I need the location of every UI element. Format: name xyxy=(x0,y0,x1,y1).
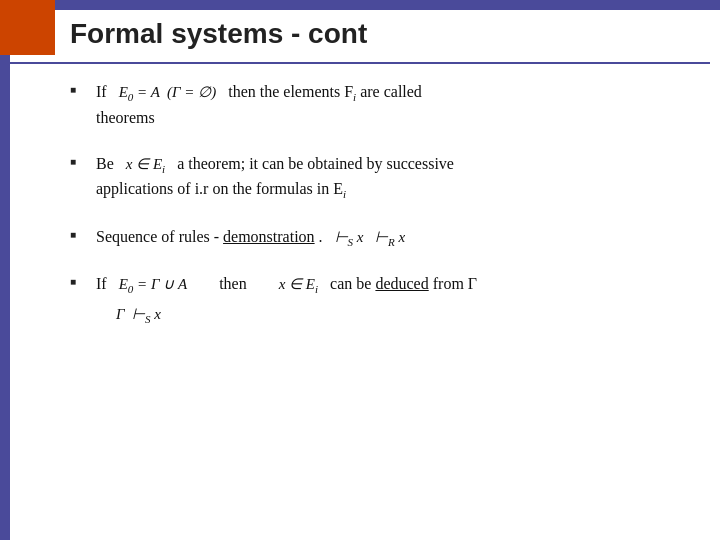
turnstile-r: ⊢R x xyxy=(375,226,405,251)
top-bar xyxy=(0,0,720,10)
bullet-content-4: If E0 = Γ ∪ A then x ∈ Ei can be deduced… xyxy=(96,272,700,327)
bullet-marker-4: ■ xyxy=(70,276,88,287)
page-title: Formal systems - cont xyxy=(70,18,367,50)
content-area: ■ If E0 = A (Γ = ∅) then the elements Fi… xyxy=(70,80,700,349)
bullet4-line2: Γ ⊢S x xyxy=(96,302,700,328)
left-bar xyxy=(0,0,10,540)
can-be-text: can be deduced from Γ xyxy=(322,275,477,292)
theorem-desc: a theorem; it can be obtained by success… xyxy=(169,155,454,172)
demonstration-label: demonstration xyxy=(223,228,315,245)
corner-square xyxy=(0,0,55,55)
formula-e0-gamma: E0 = Γ ∪ A xyxy=(119,273,188,298)
bullet-item-1: ■ If E0 = A (Γ = ∅) then the elements Fi… xyxy=(70,80,700,130)
if-label: If xyxy=(96,83,115,100)
bullet-item-2: ■ Be x ∈ Ei a theorem; it can be obtaine… xyxy=(70,152,700,203)
formula-x-ei: x ∈ Ei xyxy=(126,153,165,178)
if-label-4: If xyxy=(96,275,115,292)
bullet-marker-1: ■ xyxy=(70,84,88,95)
header-line xyxy=(10,62,710,64)
applications-text: applications of i.r on the formulas in E… xyxy=(96,180,346,197)
formula-gamma-turnstile: Γ ⊢S x xyxy=(116,303,161,328)
bullet-content-3: Sequence of rules - demonstration . ⊢S x… xyxy=(96,225,700,251)
bullet-item-4: ■ If E0 = Γ ∪ A then x ∈ Ei can be deduc… xyxy=(70,272,700,327)
bullet-marker-3: ■ xyxy=(70,229,88,240)
formula-e0-a: E0 = A (Γ = ∅) xyxy=(119,81,217,106)
dot-space: . xyxy=(319,228,335,245)
bullet4-line1: If E0 = Γ ∪ A then x ∈ Ei can be deduced… xyxy=(96,272,700,298)
bullet-item-3: ■ Sequence of rules - demonstration . ⊢S… xyxy=(70,225,700,251)
sequence-label: Sequence of rules - xyxy=(96,228,223,245)
turnstile-s: ⊢S x xyxy=(335,226,371,251)
then-label-4: then xyxy=(191,275,275,292)
bullet-content-1: If E0 = A (Γ = ∅) then the elements Fi a… xyxy=(96,80,700,130)
bullet-content-2: Be x ∈ Ei a theorem; it can be obtained … xyxy=(96,152,700,203)
formula-x-ei-4: x ∈ Ei xyxy=(279,273,318,298)
theorems-label: theorems xyxy=(96,109,155,126)
then-elements-text: then the elements Fi are called xyxy=(220,83,422,100)
bullet-marker-2: ■ xyxy=(70,156,88,167)
be-label: Be xyxy=(96,155,122,172)
